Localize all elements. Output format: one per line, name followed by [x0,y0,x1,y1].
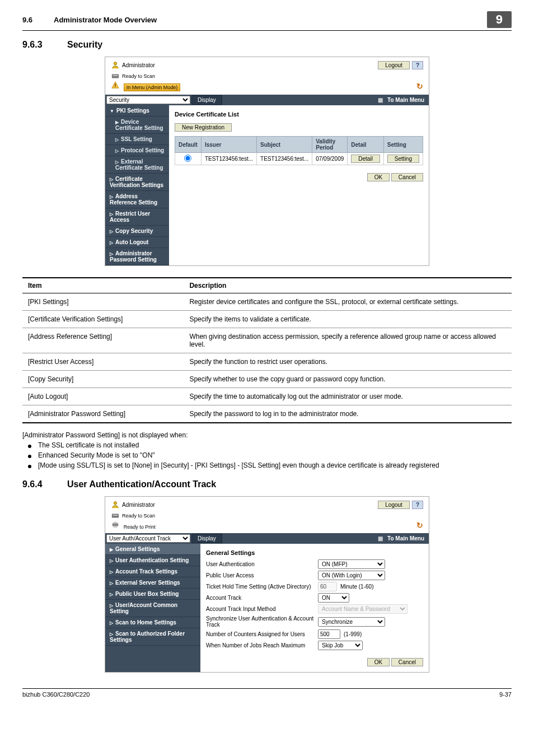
user-auth-select[interactable]: ON (MFP) [318,559,385,569]
logout-button[interactable]: Logout [378,61,410,69]
sync-select[interactable]: Synchronize [318,617,385,627]
to-main-menu-link[interactable]: To Main Menu [383,95,429,105]
num-counters-input[interactable] [318,629,340,639]
svg-point-5 [114,502,116,505]
sidebar-item-general-settings[interactable]: ▶General Settings [105,544,200,555]
reload-icon[interactable]: ↻ [416,82,423,91]
col-detail: Detail [348,137,384,153]
help-button[interactable]: ? [412,501,423,509]
cell-subject: TEST123456:test... [257,153,312,165]
cell-item: [Copy Security] [22,371,184,388]
cell-description: Specify the time to automatically log ou… [184,388,512,405]
sync-label: Synchronize User Authentication & Accoun… [206,615,318,628]
sidebar-item-scan-to-home[interactable]: ▷Scan to Home Settings [105,617,200,628]
certificate-table: Default Issuer Subject Validity Period D… [175,136,423,165]
help-button[interactable]: ? [412,61,423,69]
sidebar-item-user-account-common[interactable]: ▷User/Account Common Setting [105,600,200,617]
display-button[interactable]: Display [191,534,222,543]
svg-rect-3 [115,83,116,86]
sidebar-item-auto-logout[interactable]: ▷Auto Logout [105,237,169,248]
triangle-icon: ▷ [110,592,113,597]
subsection-number: 9.6.3 [22,40,54,50]
administrator-label: Administrator [122,502,155,508]
sidebar-item-user-auth-setting[interactable]: ▷User Authentication Setting [105,555,200,566]
account-track-select[interactable]: ON [318,593,349,603]
col-setting: Setting [383,137,423,153]
triangle-icon: ▷ [110,212,113,217]
sidebar-item-address-reference[interactable]: ▷Address Reference Setting [105,191,169,208]
triangle-icon: ▷ [110,603,113,608]
cell-description: Specify the function to restrict user op… [184,353,512,371]
triangle-icon: ▶ [110,547,113,552]
description-table: Item Description [PKI Settings]Register … [22,277,512,423]
sidebar-item-scan-authorized-folder[interactable]: ▷Scan to Authorized Folder Settings [105,628,200,646]
col-subject: Subject [257,137,312,153]
jobs-max-select[interactable]: Skip Job [318,641,363,650]
reload-icon[interactable]: ↻ [416,521,423,530]
sidebar-item-pki-settings[interactable]: ▼PKI Settings [105,105,169,116]
ready-print-label: Ready to Print [124,524,156,530]
ok-button[interactable]: OK [367,173,390,181]
public-user-select[interactable]: ON (With Login) [318,571,385,580]
sidebar-item-device-cert[interactable]: ▶Device Certificate Setting [105,116,169,134]
account-track-label: Account Track [206,595,318,601]
cell-description: Specify the items to validate a certific… [184,311,512,328]
svg-rect-4 [115,86,116,87]
triangle-icon: ▷ [110,229,113,234]
subsection-title: Security [67,40,102,50]
to-main-icon: ▦ [378,535,383,542]
sidebar-item-protocol-setting[interactable]: ▷Protocol Setting [105,145,169,156]
chapter-badge: 9 [487,11,512,28]
ok-button[interactable]: OK [367,658,390,666]
footer-model: bizhub C360/C280/C220 [22,691,90,698]
account-input-label: Account Track Input Method [206,606,318,612]
sidebar-item-external-server-settings[interactable]: ▷External Server Settings [105,577,200,589]
sidebar-item-ssl-setting[interactable]: ▷SSL Setting [105,134,169,145]
to-main-menu-link[interactable]: To Main Menu [383,533,429,544]
cell-description: Register device certificates and configu… [184,293,512,311]
scanner-icon [111,72,120,81]
num-counters-label: Number of Counters Assigned for Users [206,631,318,637]
admin-mode-label: In Menu (Admin Mode) [124,83,181,91]
num-counters-suffix: (1-999) [344,631,362,637]
table-row: [Restrict User Access]Specify the functi… [22,353,512,371]
cell-item: [Certificate Verification Settings] [22,311,184,328]
sidebar: ▶General Settings ▷User Authentication S… [105,544,200,672]
sidebar-item-cert-verification[interactable]: ▷Certificate Verification Settings [105,174,169,191]
new-registration-button[interactable]: New Registration [175,123,232,132]
list-item: Enhanced Security Mode is set to "ON" [22,451,512,459]
ticket-hold-input[interactable] [318,582,337,591]
section-title: Administrator Mode Overview [54,16,487,24]
cancel-button[interactable]: Cancel [391,658,423,666]
detail-button[interactable]: Detail [351,155,380,163]
category-select[interactable]: User Auth/Account Track [106,534,190,543]
ready-scan-label: Ready to Scan [122,73,155,79]
toolbar: User Auth/Account Track Display ▦ To Mai… [105,533,429,544]
table-row: [PKI Settings]Register device certificat… [22,293,512,311]
content-title: General Settings [206,549,423,556]
content-area: Device Certificate List New Registration… [169,105,429,265]
category-select[interactable]: Security [106,96,190,104]
app-security-panel: Administrator Logout ? Ready to Scan In … [105,57,429,266]
sidebar-item-admin-password[interactable]: ▷Administrator Password Setting [105,248,169,265]
logout-button[interactable]: Logout [378,501,410,509]
triangle-icon: ▷ [110,240,113,245]
cancel-button[interactable]: Cancel [391,173,423,181]
sidebar-item-public-user-box[interactable]: ▷Public User Box Setting [105,589,200,600]
display-button[interactable]: Display [191,95,222,105]
default-radio[interactable] [184,155,191,162]
sidebar: ▼PKI Settings ▶Device Certificate Settin… [105,105,169,265]
setting-button[interactable]: Setting [387,155,419,163]
triangle-icon: ▶ [115,120,119,125]
jobs-max-label: When Number of Jobs Reach Maximum [206,642,318,648]
page-header: 9.6 Administrator Mode Overview 9 [22,11,512,31]
sidebar-item-account-track-settings[interactable]: ▷Account Track Settings [105,566,200,577]
to-main-icon: ▦ [378,97,383,103]
cell-item: [Administrator Password Setting] [22,405,184,423]
svg-rect-7 [113,515,118,516]
table-row: [Address Reference Setting]When giving d… [22,328,512,353]
sidebar-item-copy-security[interactable]: ▷Copy Security [105,226,169,237]
ticket-hold-label: Ticket Hold Time Setting (Active Directo… [206,584,318,590]
sidebar-item-restrict-user[interactable]: ▷Restrict User Access [105,208,169,226]
sidebar-item-external-cert-setting[interactable]: ▷External Certificate Setting [105,156,169,174]
